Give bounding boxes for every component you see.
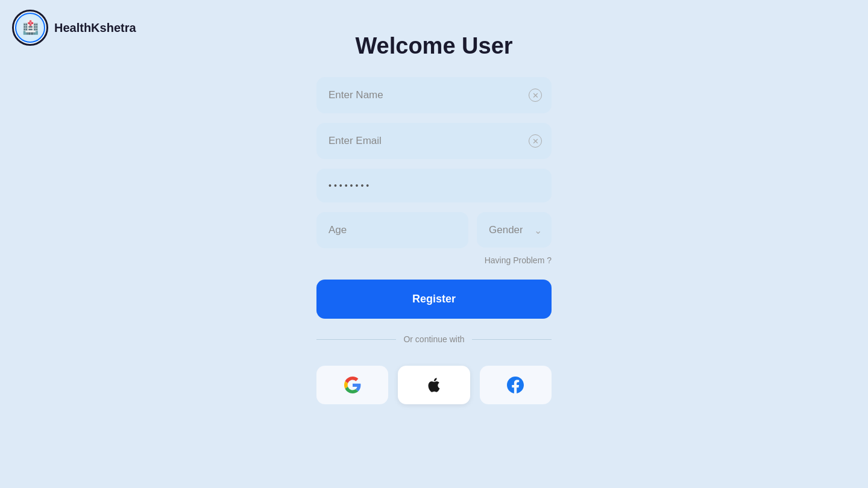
- app-logo: 🏥: [12, 10, 48, 46]
- apple-signin-button[interactable]: [398, 366, 470, 404]
- email-field-wrapper: ✕: [316, 123, 552, 159]
- register-button[interactable]: Register: [316, 280, 552, 319]
- app-header: 🏥 HealthKshetra: [12, 10, 136, 46]
- age-input[interactable]: [316, 212, 468, 248]
- name-clear-icon[interactable]: ✕: [529, 89, 542, 102]
- divider-line-right: [472, 339, 552, 340]
- divider-line-left: [316, 339, 396, 340]
- facebook-icon: [507, 377, 524, 393]
- social-buttons-row: [316, 366, 552, 404]
- problem-link[interactable]: Having Problem ?: [316, 255, 552, 265]
- name-input[interactable]: [316, 77, 552, 113]
- facebook-signin-button[interactable]: [480, 366, 552, 404]
- password-field-wrapper: [316, 169, 552, 202]
- age-gender-row: Gender Male Female Other ⌄: [316, 212, 552, 248]
- gender-wrapper: Gender Male Female Other ⌄: [477, 212, 552, 248]
- gender-select[interactable]: Gender Male Female Other: [477, 212, 552, 248]
- email-clear-icon[interactable]: ✕: [529, 134, 542, 148]
- name-field-wrapper: ✕: [316, 77, 552, 113]
- google-icon: [344, 377, 361, 393]
- password-input[interactable]: [316, 169, 552, 202]
- registration-form: ✕ ✕ Gender Male Female Other ⌄: [316, 77, 552, 404]
- main-content: Welcome User ✕ ✕ Gender Male Female Othe…: [0, 0, 868, 404]
- divider-row: Or continue with: [316, 334, 552, 344]
- app-name: HealthKshetra: [54, 21, 136, 35]
- apple-icon: [426, 377, 442, 393]
- google-signin-button[interactable]: [316, 366, 388, 404]
- page-title: Welcome User: [355, 33, 512, 59]
- email-input[interactable]: [316, 123, 552, 159]
- divider-text: Or continue with: [403, 334, 464, 344]
